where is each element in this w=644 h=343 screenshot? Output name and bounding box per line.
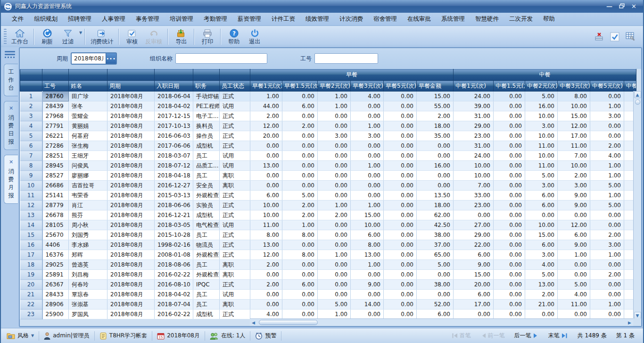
row-number-cell[interactable]: 5	[20, 131, 42, 141]
column-header[interactable]: 早餐5元(次)	[384, 81, 417, 92]
menu-item[interactable]: 计件工资	[266, 15, 300, 23]
row-number-cell[interactable]: 22	[20, 300, 42, 310]
table-row[interactable]: 1326678熊芬2018年08月2016-12-21成型机正式10.002.0…	[20, 210, 636, 220]
table-row[interactable]: 526221何基府2018年08月2016-06-03操作员正式20.000.0…	[20, 131, 636, 141]
row-number-cell[interactable]: 9	[20, 171, 42, 181]
row-number-cell[interactable]: 7	[20, 151, 42, 161]
close-icon[interactable]: ✕	[9, 105, 13, 112]
row-number-cell[interactable]: 20	[20, 280, 42, 290]
column-header[interactable]: 中餐1.5元(次)	[494, 81, 525, 92]
menu-item[interactable]: 事务管理	[131, 15, 165, 23]
column-header[interactable]: 早餐金额	[417, 81, 454, 92]
column-header[interactable]: 工号	[42, 81, 69, 92]
close-icon[interactable]: ✕	[9, 159, 13, 166]
close-button[interactable]: ✕	[631, 3, 636, 9]
row-number-cell[interactable]: 3	[20, 111, 42, 121]
row-number-cell[interactable]: 23	[20, 310, 42, 319]
status-style[interactable]: 风格▼	[6, 331, 39, 341]
table-row[interactable]: 2325900罗国凤2018年08月2016-02-22成型机正式4.000.0…	[20, 310, 636, 319]
scroll-left-icon[interactable]: ◀	[250, 319, 257, 326]
period-input[interactable]	[72, 53, 106, 64]
menu-item[interactable]: 在线审批	[402, 15, 436, 23]
column-header[interactable]: 早餐3元(次)	[351, 81, 384, 92]
table-row[interactable]: 327968萤耀金2018年08月2017-12-15电子工...正式2.000…	[20, 111, 636, 121]
restore-button[interactable]	[619, 3, 625, 9]
menu-item[interactable]: 系统管理	[436, 15, 470, 23]
menu-item[interactable]: 组织规划	[29, 15, 63, 23]
help-button[interactable]: ?帮助	[223, 28, 244, 46]
next-record-button[interactable]: 后一笔	[511, 332, 543, 340]
row-number-cell[interactable]: 11	[20, 191, 42, 201]
refresh-button[interactable]: 刷新	[37, 28, 58, 46]
table-settings-icon[interactable]	[625, 32, 636, 42]
audit-button[interactable]: 审核	[122, 28, 142, 46]
row-number-cell[interactable]: 12	[20, 201, 42, 210]
print-button[interactable]: 打印	[197, 28, 218, 46]
menu-item[interactable]: 二次开发	[504, 15, 538, 23]
row-number-cell[interactable]: 10	[20, 181, 42, 191]
table-row[interactable]: 2228906张崇基2018年08月2018-07-04员工离职0.000.00…	[20, 300, 636, 310]
row-number-cell[interactable]: 6	[20, 141, 42, 151]
column-header[interactable]: 员工状态	[220, 81, 250, 92]
menu-item[interactable]: 文件	[7, 15, 29, 23]
table-row[interactable]: 164406李水娣2018年08月1998-02-16物流员正式13.000.0…	[20, 240, 636, 250]
table-row[interactable]: 728251王细牙2018年08月2018-03-07员工试用0.000.000…	[20, 151, 636, 161]
scroll-down-icon[interactable]: ▼	[634, 312, 641, 319]
org-name-input[interactable]	[175, 53, 267, 64]
row-number-cell[interactable]: 15	[20, 230, 42, 240]
export-button[interactable]: 导出	[171, 28, 191, 46]
column-header[interactable]: 中餐金额	[624, 81, 636, 92]
column-header[interactable]: 职务	[193, 81, 220, 92]
column-header[interactable]: 早餐2元(次)	[318, 81, 351, 92]
period-picker-button[interactable]: •••	[106, 53, 116, 64]
row-number-cell[interactable]: 17	[20, 250, 42, 260]
table-row[interactable]: 128760田广珍2018年08月2018-06-04手动焊锡正式1.000.0…	[20, 92, 636, 101]
filter-button[interactable]: 过滤	[58, 28, 78, 46]
sidebar-tab-consumption-monthly[interactable]: ✕消费月报	[4, 155, 18, 204]
vertical-scroll-thumb[interactable]	[635, 100, 640, 105]
menu-item[interactable]: 招聘管理	[63, 15, 97, 23]
column-header[interactable]: 中餐3元(次)	[558, 81, 590, 92]
column-header[interactable]: 早餐1.5元(次)	[282, 81, 318, 92]
menu-item[interactable]: 人事管理	[97, 15, 131, 23]
workbench-button[interactable]: 工作台	[8, 28, 31, 46]
menu-item[interactable]: 宿舍管理	[368, 15, 402, 23]
delete-row-icon[interactable]	[594, 32, 604, 42]
horizontal-scrollbar[interactable]: ◀ ▶	[250, 318, 633, 326]
column-header[interactable]: 入职日期	[155, 81, 193, 92]
table-row[interactable]: 1829025曾选英2018年08月2018-08-06员工离职2.000.00…	[20, 260, 636, 270]
chevron-down-icon[interactable]: ▼	[79, 31, 82, 35]
panel-menu-icon[interactable]	[5, 51, 15, 58]
table-row[interactable]: 627286张生梅2018年08月2017-06-06成型机正式0.000.00…	[20, 141, 636, 151]
row-number-cell[interactable]: 4	[20, 121, 42, 131]
table-row[interactable]: 1125141韦荣香2018年08月2015-03-13外观检查正式6.005.…	[20, 191, 636, 201]
menu-item[interactable]: 培训管理	[165, 15, 198, 23]
menu-item[interactable]: 绩效管理	[300, 15, 334, 23]
employee-no-input[interactable]	[314, 53, 378, 64]
row-number-cell[interactable]: 18	[20, 260, 42, 270]
row-number-cell[interactable]: 16	[20, 240, 42, 250]
menu-item[interactable]: 考勤管理	[198, 15, 232, 23]
last-record-button[interactable]: 末笔	[545, 332, 572, 340]
scroll-up-icon[interactable]: ▲	[634, 91, 641, 98]
column-header[interactable]: 中餐5元(次)	[590, 81, 624, 92]
table-row[interactable]: 427791黄丽娟2018年08月2017-10-13换料员正式12.002.0…	[20, 121, 636, 131]
menu-item[interactable]: 薪资管理	[232, 15, 266, 23]
approve-icon[interactable]	[610, 32, 619, 42]
column-header[interactable]: 早餐1元(次)	[250, 81, 282, 92]
row-number-cell[interactable]: 2	[20, 101, 42, 111]
minimize-button[interactable]: —	[606, 3, 612, 9]
row-number-cell[interactable]: 14	[20, 220, 42, 230]
scroll-right-icon[interactable]: ▶	[626, 319, 633, 326]
table-row[interactable]: 928527廖丽娜2018年08月2018-04-18员工离职0.000.000…	[20, 171, 636, 181]
exit-button[interactable]: 退出	[244, 28, 265, 46]
table-row[interactable]: 1228779肖江2018年08月2018-06-06实验员正式10.002.0…	[20, 201, 636, 210]
table-row[interactable]: 2026367何春玲2018年08月2016-08-10IPQC正式2.006.…	[20, 280, 636, 290]
column-header[interactable]: 周期	[107, 81, 155, 92]
row-number-cell[interactable]: 21	[20, 290, 42, 300]
table-row[interactable]: 1925891刘昌梅2018年08月2016-02-22外观检查离职0.000.…	[20, 270, 636, 280]
table-row[interactable]: 1716376郑晖2018年08月2008-01-08外观检查正式12.008.…	[20, 250, 636, 260]
horizontal-scroll-thumb[interactable]	[259, 320, 318, 325]
row-number-cell[interactable]: 19	[20, 270, 42, 280]
menu-item[interactable]: 智慧硬件	[470, 15, 504, 23]
